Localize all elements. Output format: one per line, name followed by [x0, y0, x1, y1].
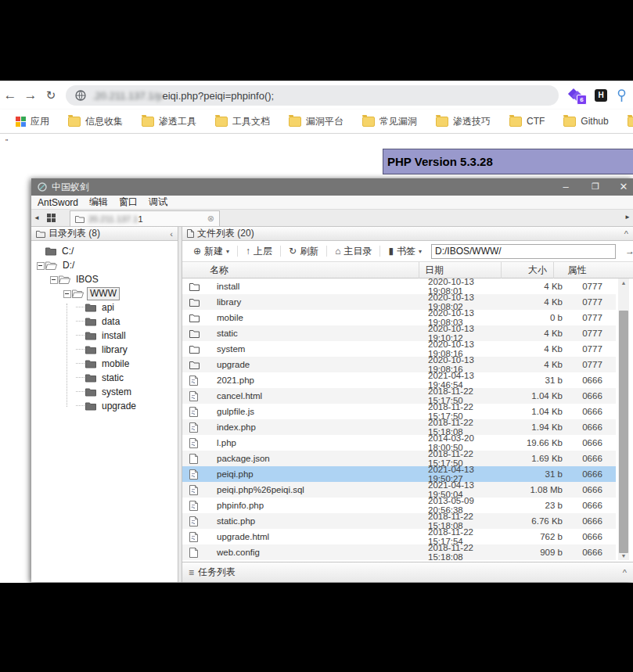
file-row-peiqi-php[interactable]: peiqi.php2021-04-13 19:50:2731 b0666: [182, 466, 616, 482]
collapse-up-icon[interactable]: ^: [623, 568, 627, 577]
tab-scroll-left-icon[interactable]: ◄: [31, 210, 42, 226]
file-panel-header[interactable]: 文件列表 (20) ^: [182, 227, 633, 241]
path-input[interactable]: [431, 244, 616, 259]
bookmark-item-[interactable]: 常见漏洞: [362, 115, 417, 128]
collapse-up-icon[interactable]: ^: [624, 229, 628, 239]
file-name: cancel.html: [216, 391, 423, 401]
file-size: 909 b: [510, 548, 569, 557]
file-list-scrollbar[interactable]: ▲ ▼: [618, 279, 629, 560]
script-file-icon: [182, 532, 216, 542]
reload-icon[interactable]: ↻: [41, 88, 61, 102]
tree-item-mobile[interactable]: mobile: [31, 357, 178, 371]
bookmark-button[interactable]: ▮ 书签 ▾: [382, 243, 428, 260]
file-row-cancel-html[interactable]: cancel.html2018-11-22 15:17:501.04 Kb066…: [182, 388, 616, 404]
scroll-up-icon[interactable]: ▲: [618, 279, 629, 287]
file-row-library[interactable]: library2020-10-13 19:08:024 Kb0777: [182, 294, 616, 310]
shell-tab[interactable]: 20.211.137.1 1 ⊗: [70, 210, 220, 226]
scroll-down-icon[interactable]: ▼: [618, 552, 629, 560]
tree-item-api[interactable]: api: [31, 300, 178, 314]
url-bar[interactable]: .20.211.137.1/p eiqi.php?peiqi=phpinfo()…: [66, 85, 559, 106]
tree-item-c[interactable]: C:/: [31, 244, 178, 258]
tree-item-install[interactable]: install: [31, 329, 178, 343]
file-row-2021-php[interactable]: 2021.php2021-04-13 19:46:5431 b0666: [182, 372, 616, 388]
file-row-package-json[interactable]: package.json2018-11-22 15:17:501.69 Kb06…: [182, 451, 616, 466]
task-panel-header[interactable]: ≡ 任务列表 ^: [182, 562, 633, 582]
new-button[interactable]: ⊕ 新建 ▾: [187, 243, 236, 260]
menu-window[interactable]: 窗口: [119, 196, 138, 209]
file-row-phpinfo-php[interactable]: phpinfo.php2013-05-09 20:56:3823 b0666: [182, 498, 616, 513]
tree-item-data[interactable]: data: [31, 314, 178, 329]
tab-scroll-right-icon[interactable]: ►: [622, 210, 633, 225]
file-row-static-php[interactable]: static.php2018-11-22 15:18:086.76 Kb0666: [182, 513, 616, 529]
maximize-button[interactable]: ❐: [584, 178, 607, 196]
refresh-button[interactable]: ↻ 刷新: [282, 243, 325, 260]
file-size: 0 b: [510, 313, 569, 322]
read-button[interactable]: → 读取: [619, 243, 633, 260]
file-icon: [182, 454, 216, 464]
bookmark-item-[interactable]: 工具文档: [215, 115, 270, 128]
file-row-install[interactable]: install2020-10-13 19:08:014 Kb0777: [182, 279, 616, 294]
file-row-mobile[interactable]: mobile2020-10-13 19:08:030 b0777: [182, 310, 616, 325]
file-row-upgrade-html[interactable]: upgrade.html2018-11-22 15:17:54762 b0666: [182, 529, 616, 544]
extension-icon[interactable]: 6: [570, 89, 584, 102]
file-row-peiqi-php-26peiqi-sql[interactable]: peiqi.php%26peiqi.sql2021-04-13 19:50:04…: [182, 482, 616, 498]
bookmark-item-[interactable]: 应用: [16, 115, 49, 128]
minimize-button[interactable]: –: [554, 178, 577, 196]
file-permissions: 0666: [569, 454, 616, 463]
tree-item-d[interactable]: D:/: [31, 258, 178, 272]
bookmark-item-ctf[interactable]: CTF: [509, 116, 545, 127]
bookmark-item-[interactable]: 渗透工具: [142, 115, 196, 128]
file-row-web-config[interactable]: web.config2018-11-22 15:18:08909 b0666: [182, 544, 616, 560]
forward-icon[interactable]: →: [20, 88, 41, 103]
column-header-date[interactable]: 日期: [419, 262, 501, 279]
file-row-system[interactable]: system2020-10-13 19:08:164 Kb0777: [182, 341, 616, 357]
bookmark-item-[interactable]: 漏洞平台: [289, 115, 343, 128]
directory-tree: C:/D:/IBOSWWWapidatainstalllibrarymobile…: [31, 241, 178, 582]
window-titlebar[interactable]: 中国蚁剑 – ❐ ✕: [31, 178, 633, 196]
tree-branch-line: [76, 405, 85, 407]
menu-antsword[interactable]: AntSword: [38, 197, 78, 208]
file-permissions: 0777: [569, 360, 616, 369]
bookmark-item-[interactable]: 信息收集: [68, 115, 123, 128]
file-name: gulpfile.js: [216, 407, 423, 416]
column-header-perm[interactable]: 属性: [553, 262, 600, 279]
file-row-gulpfile-js[interactable]: gulpfile.js2018-11-22 15:17:501.04 Kb066…: [182, 404, 616, 419]
file-row-l-php[interactable]: l.php2014-03-20 18:00:5019.66 Kb0666: [182, 435, 616, 451]
home-dir-label: 主目录: [343, 245, 372, 258]
tab-close-icon[interactable]: ⊗: [207, 214, 214, 224]
file-permissions: 0666: [569, 548, 616, 557]
script-file-icon: [182, 422, 216, 433]
open-folder-icon: [59, 275, 70, 284]
collapse-minus-icon[interactable]: [49, 276, 58, 283]
directory-panel-header[interactable]: 目录列表 (8) ‹: [31, 227, 178, 241]
tree-item-ibos[interactable]: IBOS: [31, 272, 178, 286]
close-button[interactable]: ✕: [612, 178, 633, 196]
collapse-left-icon[interactable]: ‹: [170, 229, 173, 239]
tree-item-www[interactable]: WWW: [31, 286, 178, 300]
menu-edit[interactable]: 编辑: [89, 196, 108, 209]
file-row-upgrade[interactable]: upgrade2020-10-13 19:08:164 Kb0777: [182, 357, 616, 372]
collapse-minus-icon[interactable]: [63, 290, 71, 297]
home-dir-button[interactable]: ⌂ 主目录: [329, 243, 378, 260]
column-header-size[interactable]: 大小: [501, 262, 553, 279]
bookmark-item-github[interactable]: Github: [563, 116, 608, 127]
file-row-index-php[interactable]: index.php2018-11-22 15:18:081.94 Kb0666: [182, 419, 616, 435]
h-extension-icon[interactable]: H: [595, 89, 607, 102]
file-row-static[interactable]: static2020-10-13 19:10:124 Kb0777: [182, 325, 616, 341]
bookmark-item-[interactable]: 渗透技巧: [436, 115, 491, 128]
collapse-minus-icon[interactable]: [36, 262, 45, 269]
tree-item-system[interactable]: system: [31, 385, 178, 399]
tree-item-library[interactable]: library: [31, 343, 178, 357]
tree-item-label: api: [99, 302, 117, 314]
bookmark-item-[interactable]: 团队: [628, 115, 633, 128]
pin-icon[interactable]: [617, 89, 627, 102]
up-level-button[interactable]: ↑ 上层: [239, 243, 279, 260]
bookmark-label: 应用: [31, 115, 49, 128]
back-icon[interactable]: ←: [0, 88, 20, 103]
menu-debug[interactable]: 调试: [149, 196, 167, 209]
column-header-name[interactable]: 名称: [209, 264, 419, 277]
tree-item-static[interactable]: static: [31, 371, 178, 385]
scrollbar-thumb[interactable]: [619, 311, 628, 553]
tree-item-upgrade[interactable]: upgrade: [31, 399, 178, 413]
grid-view-icon[interactable]: [47, 214, 56, 222]
